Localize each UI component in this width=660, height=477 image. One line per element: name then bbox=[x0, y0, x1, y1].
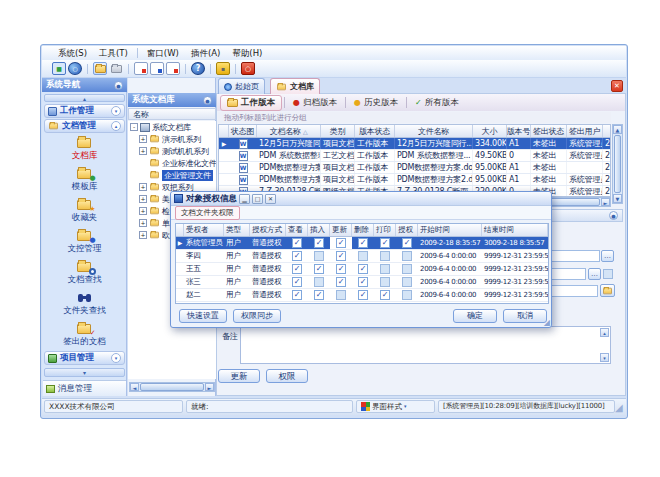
dialog-column-header-9[interactable]: 开始时间 bbox=[418, 224, 482, 236]
chevron-up-icon[interactable]: ▴ bbox=[111, 121, 121, 131]
checkbox-cell[interactable]: ✓ bbox=[308, 263, 330, 275]
checkbox-cell[interactable] bbox=[308, 250, 330, 262]
scrollbar-thumb[interactable] bbox=[614, 135, 621, 193]
checkbox-cell[interactable]: ✓ bbox=[286, 250, 308, 262]
checkbox-cell[interactable] bbox=[396, 289, 418, 301]
tab-document-library[interactable]: 文档库 bbox=[270, 78, 320, 94]
menu-item-2[interactable]: 窗口(W) bbox=[141, 47, 185, 60]
menu-item-4[interactable]: 帮助(H) bbox=[226, 47, 268, 60]
sidebar-group-work[interactable]: 工作管理 ▾ bbox=[44, 104, 125, 118]
checkbox-cell[interactable] bbox=[308, 276, 330, 288]
ellipsis-button[interactable]: … bbox=[601, 250, 614, 262]
dialog-column-header-1[interactable]: 类型 bbox=[224, 224, 250, 236]
column-header-4[interactable]: 文件名称 bbox=[395, 125, 473, 137]
column-header-8[interactable]: 签出用户 bbox=[567, 125, 603, 137]
checkbox-cell[interactable]: ✓ bbox=[308, 237, 330, 249]
dialog-column-header-7[interactable]: 打印 bbox=[374, 224, 396, 236]
checkbox-cell[interactable]: ✓ bbox=[330, 250, 352, 262]
version-tab-3[interactable]: ✓所有版本 bbox=[409, 96, 465, 110]
pin-icon[interactable]: ● bbox=[114, 81, 123, 90]
report-icon-1[interactable] bbox=[134, 62, 148, 75]
checkbox-checked[interactable]: ✓ bbox=[314, 264, 324, 274]
checkbox-checked[interactable]: ✓ bbox=[402, 238, 412, 248]
report-icon-2[interactable] bbox=[150, 62, 164, 75]
dialog-column-header-0[interactable]: 受权者 bbox=[184, 224, 224, 236]
menu-item-0[interactable]: 系统(S) bbox=[52, 47, 93, 60]
checkbox-checked[interactable]: ✓ bbox=[336, 251, 346, 261]
checkbox-cell[interactable] bbox=[374, 250, 396, 262]
checkbox-cell[interactable] bbox=[396, 250, 418, 262]
dialog-column-header-6[interactable]: 删除 bbox=[352, 224, 374, 236]
close-icon[interactable]: ✕ bbox=[265, 194, 276, 204]
checkbox-cell[interactable]: ✓ bbox=[374, 289, 396, 301]
dialog-column-header-4[interactable]: 插入 bbox=[308, 224, 330, 236]
checkbox-cell[interactable] bbox=[396, 263, 418, 275]
checkbox-cell[interactable]: ✓ bbox=[330, 276, 352, 288]
note-textarea[interactable]: ▴ ▾ bbox=[240, 326, 611, 364]
checkbox-cell[interactable] bbox=[374, 276, 396, 288]
column-header-2[interactable]: 类别 bbox=[321, 125, 355, 137]
dialog-title-bar[interactable]: 对象授权信息 ▁ □ ✕ bbox=[171, 192, 551, 206]
menu-item-1[interactable]: 工具(T) bbox=[93, 47, 134, 60]
checkbox-checked[interactable]: ✓ bbox=[380, 290, 390, 300]
checkbox-unchecked[interactable] bbox=[402, 251, 412, 261]
permission-row-1[interactable]: 李四用户普通授权✓✓2009-6-4 0:00:009999-12-31 23:… bbox=[176, 250, 548, 263]
dialog-column-header-5[interactable]: 更新 bbox=[330, 224, 352, 236]
checkbox-cell[interactable] bbox=[330, 289, 352, 301]
sidebar-item-5[interactable]: 文件夹查找 bbox=[44, 289, 125, 320]
tree-expander[interactable]: + bbox=[139, 135, 147, 143]
checkbox-unchecked[interactable] bbox=[336, 290, 346, 300]
close-icon[interactable]: ✕ bbox=[611, 80, 623, 92]
checkbox-cell[interactable] bbox=[374, 263, 396, 275]
scroll-up-icon[interactable]: ▲ bbox=[613, 125, 622, 134]
tree-expander[interactable]: - bbox=[130, 123, 138, 131]
checkbox-cell[interactable]: ✓ bbox=[374, 237, 396, 249]
tree-expander[interactable]: + bbox=[139, 207, 147, 215]
checkbox-unchecked[interactable] bbox=[380, 277, 390, 287]
checkbox-cell[interactable]: ✓ bbox=[352, 263, 374, 275]
sidebar-item-4[interactable]: 文档查找 bbox=[44, 258, 125, 289]
checkbox-unchecked[interactable] bbox=[402, 290, 412, 300]
checkbox-checked[interactable]: ✓ bbox=[292, 251, 302, 261]
checkbox-unchecked[interactable] bbox=[314, 277, 324, 287]
checkbox-cell[interactable]: ✓ bbox=[286, 289, 308, 301]
checkbox-checked[interactable]: ✓ bbox=[292, 277, 302, 287]
table-row-3[interactable]: WPDM数据整理方案2.doc项目文档工作版本PDM数据整理方案2.doc95.… bbox=[219, 174, 610, 186]
checkbox-checked[interactable]: ✓ bbox=[336, 264, 346, 274]
menu-item-3[interactable]: 插件(A) bbox=[185, 47, 226, 60]
window-resize-grip[interactable]: ◢ bbox=[615, 402, 623, 413]
tree-expander[interactable]: + bbox=[139, 219, 147, 227]
scroll-down-icon[interactable]: ▾ bbox=[600, 353, 609, 362]
grid-vertical-scrollbar[interactable]: ▲ ▼ bbox=[612, 124, 623, 204]
checkbox-checked[interactable]: ✓ bbox=[358, 264, 368, 274]
tree-node-3[interactable]: 企业标准化文件 bbox=[128, 157, 216, 169]
checkbox-cell[interactable]: ✓ bbox=[330, 237, 352, 249]
dialog-column-header-10[interactable]: 结束时间 bbox=[482, 224, 548, 236]
checkbox-cell[interactable]: ✓ bbox=[286, 276, 308, 288]
checkbox-cell[interactable]: ✓ bbox=[352, 289, 374, 301]
checkbox-unchecked[interactable] bbox=[402, 264, 412, 274]
dialog-column-header-2[interactable]: 授权方式 bbox=[250, 224, 286, 236]
tree-expander[interactable]: + bbox=[139, 231, 147, 239]
checkbox-cell[interactable]: ✓ bbox=[352, 276, 374, 288]
ui-style-selector[interactable]: 界面样式 ▾ bbox=[356, 400, 435, 413]
tree-column-header[interactable]: 名称 bbox=[128, 108, 216, 120]
checkbox-checked[interactable]: ✓ bbox=[336, 277, 346, 287]
lock-icon[interactable]: ▪ bbox=[216, 62, 230, 75]
column-header-7[interactable]: 签出状态 bbox=[531, 125, 567, 137]
sidebar-item-3[interactable]: ●文控管理 bbox=[44, 227, 125, 258]
tree-node-4[interactable]: 企业管理文件 bbox=[128, 169, 216, 181]
tree-expander[interactable]: + bbox=[139, 147, 147, 155]
ok-button[interactable]: 确定 bbox=[453, 309, 497, 323]
checkbox-cell[interactable] bbox=[396, 276, 418, 288]
permission-row-4[interactable]: 赵二用户普通授权✓✓✓✓2009-6-4 0:00:009999-12-31 2… bbox=[176, 289, 548, 302]
sidebar-group-projects[interactable]: 项目管理 ▾ bbox=[44, 351, 125, 365]
checkbox-checked[interactable]: ✓ bbox=[314, 290, 324, 300]
scroll-up-icon[interactable]: ▴ bbox=[600, 328, 609, 337]
checkbox-checked[interactable]: ✓ bbox=[292, 264, 302, 274]
checkbox-cell[interactable]: ✓ bbox=[308, 289, 330, 301]
scroll-right-icon[interactable]: ► bbox=[205, 383, 214, 391]
checkbox-cell[interactable] bbox=[352, 250, 374, 262]
permission-sync-button[interactable]: 权限同步 bbox=[233, 309, 281, 323]
detail-checkbox[interactable] bbox=[603, 269, 613, 279]
